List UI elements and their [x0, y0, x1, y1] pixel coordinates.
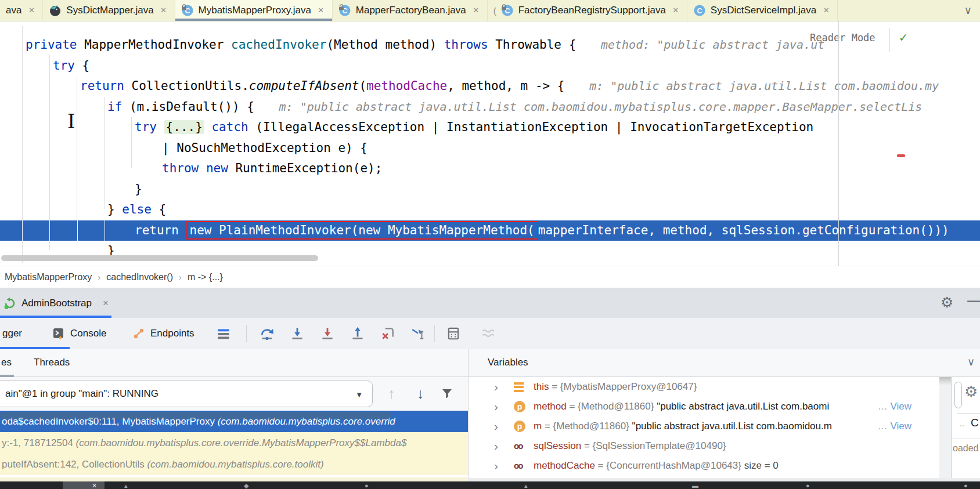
- exec-before: return: [135, 223, 186, 237]
- code-token: (IllegalAccessException | InstantiationE…: [248, 120, 814, 134]
- close-icon[interactable]: ×: [673, 5, 679, 16]
- gear-icon[interactable]: ⚙: [941, 294, 953, 311]
- highlight-red-box: new PlainMethodInvoker(new MybatisMapper…: [186, 221, 538, 240]
- error-stripe-mark[interactable]: [897, 154, 905, 157]
- code-token: , method, m -> {: [447, 79, 572, 93]
- close-icon[interactable]: ×: [823, 5, 829, 16]
- tab-threads[interactable]: Threads: [34, 357, 70, 368]
- close-icon[interactable]: ×: [28, 5, 34, 16]
- tab-label: ava: [6, 5, 21, 16]
- variable-row[interactable]: ›oomethodCache = {ConcurrentHashMap@1064…: [469, 456, 939, 476]
- code-token: private: [26, 38, 77, 52]
- variable-row[interactable]: ›pmethod = {Method@11860} "public abstra…: [469, 397, 939, 416]
- code-line: }: [0, 179, 980, 200]
- svg-text:C: C: [697, 7, 702, 15]
- right-mini-panel: ⚙ .. C oaded: [952, 377, 980, 481]
- variable-name: method: [534, 401, 567, 412]
- minimize-icon[interactable]: —: [967, 293, 980, 308]
- view-link[interactable]: … View: [878, 416, 911, 436]
- editor-tab-factorybeanregistrysupport-java[interactable]: (CFactoryBeanRegistrySupport.java×: [488, 0, 687, 21]
- next-occurrence-icon[interactable]: ↓: [412, 382, 428, 405]
- class-lock-icon: C: [338, 4, 351, 17]
- streams-faded-icon[interactable]: [481, 326, 496, 341]
- breadcrumb-item[interactable]: cachedInvoker(): [106, 272, 173, 282]
- tab-frames-partial[interactable]: es: [1, 357, 12, 368]
- debug-session-tab[interactable]: AdminBootstrap ×: [0, 288, 125, 318]
- os-taskbar: ✕ ▴ ◆ ● ▴ ▬ ● ●: [0, 481, 980, 489]
- right-margin-line: [838, 21, 839, 266]
- code-token: [199, 161, 206, 175]
- editor-tab-ava[interactable]: ava×: [0, 0, 43, 21]
- taskbar-icon[interactable]: ▴: [124, 482, 128, 489]
- breadcrumb-item[interactable]: MybatisMapperProxy: [5, 272, 92, 282]
- force-step-into-icon[interactable]: [320, 326, 335, 341]
- tab-debugger[interactable]: gger: [2, 318, 22, 349]
- class-lock-icon: C: [501, 4, 514, 17]
- stack-frame-row[interactable]: y:-1, 718712504 (com.baomidou.mybatisplu…: [0, 432, 468, 454]
- close-icon[interactable]: ×: [318, 5, 324, 16]
- taskbar-close-icon[interactable]: ✕: [92, 482, 97, 489]
- close-icon[interactable]: ×: [97, 298, 117, 309]
- drop-frame-icon[interactable]: [380, 326, 395, 341]
- expand-chevron-icon[interactable]: ›: [494, 377, 498, 397]
- tab-debugger-label: gger: [2, 328, 22, 339]
- run-to-cursor-icon[interactable]: [410, 326, 426, 341]
- editor-tab-mapperfactorybean-java[interactable]: CMapperFactoryBean.java×: [333, 0, 488, 21]
- close-icon[interactable]: ×: [161, 5, 167, 16]
- taskbar-icon[interactable]: ●: [964, 482, 968, 489]
- expand-chevron-icon[interactable]: ›: [494, 456, 498, 476]
- evaluate-expression-icon[interactable]: [446, 326, 461, 341]
- stack-frame-row[interactable]: puteIfAbsent:142, CollectionUtils (com.b…: [0, 454, 468, 475]
- filter-icon[interactable]: [439, 382, 455, 405]
- taskbar-icon[interactable]: ▴: [524, 482, 528, 489]
- code-token: else: [122, 202, 152, 216]
- equals: =: [542, 421, 553, 432]
- frame-location: y:-1, 718712504: [2, 437, 76, 448]
- editor-tab-mybatismapperproxy-java[interactable]: CMybatisMapperProxy.java×: [175, 0, 333, 21]
- settings-layout-icon[interactable]: [216, 326, 231, 341]
- ide-window: ava×SysDictMapper.java×CMybatisMapperPro…: [0, 0, 980, 489]
- debugger-inline-hint: method: "public abstract java.ut: [601, 38, 824, 52]
- editor-horizontal-scrollbar[interactable]: [1, 255, 318, 261]
- taskbar-icon[interactable]: ▬: [692, 482, 698, 489]
- breadcrumb-item[interactable]: m -> {...}: [188, 272, 223, 282]
- ellipsis-label: ..: [960, 419, 964, 428]
- hidden-tabs-chevron-icon[interactable]: ∨: [964, 4, 980, 17]
- code-editor[interactable]: private MapperMethodInvoker cachedInvoke…: [0, 21, 980, 266]
- debug-panels: es Threads Variables ∨ ain"@1 in group "…: [0, 349, 980, 489]
- code-line: if (m.isDefault()) { m: "public abstract…: [0, 97, 980, 118]
- prev-occurrence-icon[interactable]: ↑: [383, 382, 399, 405]
- step-into-icon[interactable]: [290, 326, 305, 341]
- variable-name: this: [534, 381, 549, 392]
- frames-horizontal-scrollbar[interactable]: [0, 412, 391, 419]
- step-over-icon[interactable]: [260, 326, 275, 341]
- variable-row[interactable]: ›pm = {Method@11860} "public abstract ja…: [469, 416, 939, 436]
- variable-row[interactable]: ›this = {MybatisMapperProxy@10647}: [469, 377, 939, 397]
- code-line: | NoSuchMethodException e) {: [0, 138, 980, 159]
- code-token: new: [206, 161, 228, 175]
- mini-scrollbar-thumb[interactable]: [954, 382, 962, 408]
- taskbar-icon[interactable]: ●: [365, 482, 369, 489]
- expand-chevron-icon[interactable]: ›: [494, 416, 498, 436]
- inspections-ok-icon[interactable]: ✓: [899, 30, 907, 45]
- variable-ref: {Method@11860}: [578, 401, 654, 412]
- step-out-icon[interactable]: [350, 326, 365, 341]
- variable-row[interactable]: ›oosqlSession = {SqlSessionTemplate@1049…: [469, 436, 939, 456]
- editor-tab-sysdictserviceimpl-java[interactable]: CSysDictServiceImpl.java×: [687, 0, 838, 21]
- taskbar-item[interactable]: [63, 481, 105, 489]
- taskbar-icon[interactable]: ●: [806, 482, 810, 489]
- reader-mode-label[interactable]: Reader Mode: [810, 32, 875, 44]
- chevron-down-icon[interactable]: ∨: [967, 356, 975, 368]
- expand-chevron-icon[interactable]: ›: [494, 436, 498, 456]
- variables-scrollbar[interactable]: [939, 377, 951, 481]
- tab-console[interactable]: Console: [52, 318, 106, 349]
- view-link[interactable]: … View: [878, 397, 911, 416]
- taskbar-icon[interactable]: ◆: [244, 482, 248, 489]
- expand-chevron-icon[interactable]: ›: [494, 397, 498, 416]
- tab-endpoints[interactable]: Endpoints: [132, 318, 194, 349]
- code-token: | NoSuchMethodException e) {: [162, 141, 368, 155]
- close-icon[interactable]: ×: [473, 5, 479, 16]
- editor-tab-sysdictmapper-java[interactable]: SysDictMapper.java×: [43, 0, 175, 21]
- gear-icon[interactable]: ⚙: [964, 383, 978, 401]
- thread-dropdown[interactable]: ain"@1 in group "main": RUNNING ▼: [0, 381, 373, 407]
